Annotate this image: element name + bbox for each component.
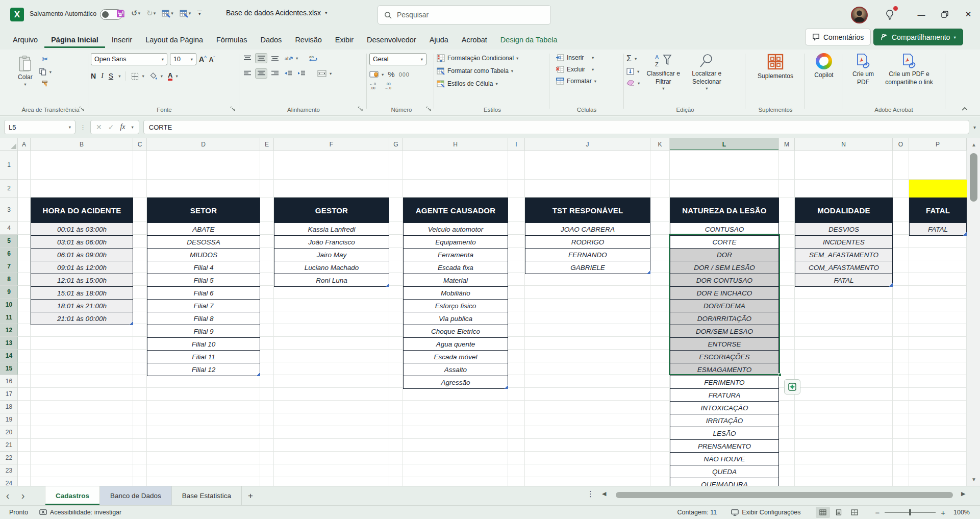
cut-icon[interactable]: ✂	[39, 55, 52, 64]
vertical-scroll-thumb[interactable]	[970, 153, 977, 202]
scroll-down-icon[interactable]: ▼	[967, 474, 980, 485]
avatar[interactable]	[851, 7, 868, 23]
row-header-12[interactable]: 12	[0, 324, 18, 337]
autosum-icon[interactable]: Σ	[626, 54, 632, 63]
table-cell[interactable]: IRRITAÇÃO	[670, 414, 778, 427]
ribbon-tab[interactable]: Layout da Página	[139, 32, 210, 48]
column-header-H[interactable]: H	[403, 138, 508, 151]
table-cell[interactable]: Ferramenta	[404, 248, 508, 261]
table-cell[interactable]: Material	[404, 274, 508, 286]
table-cell[interactable]: DOR CONTUSAO	[670, 274, 778, 286]
table-cell[interactable]: 09:01 às 12:00h	[31, 261, 133, 274]
accounting-format-icon[interactable]	[369, 71, 379, 78]
table-cell[interactable]: Luciano Machado	[274, 261, 389, 274]
status-ready[interactable]: Pronto	[9, 509, 28, 516]
row-header-13[interactable]: 13	[0, 337, 18, 350]
dialog-launcher-icon[interactable]	[79, 106, 85, 112]
accessibility-status[interactable]: Acessibilidade: investigar	[39, 509, 121, 516]
table-cell[interactable]: Filial 4	[147, 261, 260, 274]
table-cell[interactable]: FRATURA	[670, 388, 778, 401]
table-header[interactable]: GESTOR	[274, 198, 389, 223]
excel-logo-icon[interactable]: X	[10, 8, 24, 21]
ribbon-tab[interactable]: Arquivo	[6, 32, 44, 48]
percent-style-icon[interactable]: %	[388, 70, 394, 79]
align-middle-icon[interactable]	[255, 53, 267, 63]
undo-icon[interactable]: ↺▾	[129, 7, 142, 19]
formula-input[interactable]: CORTE	[143, 120, 969, 134]
table-cell[interactable]: INCIDENTES	[795, 235, 892, 248]
format-painter-icon[interactable]	[39, 80, 52, 87]
scroll-left-icon[interactable]: ◀	[602, 490, 606, 497]
highlighted-cell-p2[interactable]	[909, 180, 967, 197]
table-cell[interactable]: FERNANDO	[525, 248, 650, 261]
name-box[interactable]: L5▾	[4, 120, 76, 134]
title-dropdown-icon[interactable]: ▾	[325, 10, 328, 15]
table-cell[interactable]: DOR/SEM LESAO	[670, 325, 778, 337]
format-cells-button[interactable]: Formatar▾	[556, 78, 621, 85]
row-header-11[interactable]: 11	[0, 311, 18, 324]
table-cell[interactable]: Mobiliário	[404, 286, 508, 299]
table-cell[interactable]: RODRIGO	[525, 235, 650, 248]
table-cell[interactable]: Choque Eletrico	[404, 325, 508, 337]
table-cell[interactable]: LESÃO	[670, 427, 778, 439]
number-format-select[interactable]: Geral▾	[369, 53, 426, 65]
count-indicator[interactable]: Contagem: 11	[677, 509, 717, 516]
next-sheet-icon[interactable]: ›	[15, 486, 31, 505]
table-cell[interactable]: NÃO HOUVE	[670, 452, 778, 465]
dialog-launcher-icon[interactable]	[358, 106, 364, 112]
row-header-22[interactable]: 22	[0, 452, 18, 464]
row-header-3[interactable]: 3	[0, 197, 18, 222]
ribbon-tab[interactable]: Design da Tabela	[494, 32, 564, 48]
table-header[interactable]: SETOR	[147, 198, 260, 223]
table-cell[interactable]: FATAL	[910, 223, 966, 235]
table-cell[interactable]: João Francisco	[274, 235, 389, 248]
orientation-icon[interactable]: ab	[285, 55, 293, 62]
column-header-K[interactable]: K	[650, 138, 670, 151]
wrap-text-icon[interactable]: ab	[309, 55, 318, 62]
column-header-B[interactable]: B	[31, 138, 133, 151]
create-pdf-share-button[interactable]: Crie um PDF e compartilhe o link	[881, 53, 938, 86]
sheet-tab-banco-de-dados[interactable]: Banco de Dados	[100, 486, 172, 505]
paste-button[interactable]: Colar ▾	[14, 53, 36, 89]
formula-bar-splitter[interactable]: ⋮	[80, 123, 86, 131]
table-cell[interactable]: Equipamento	[404, 235, 508, 248]
column-header-I[interactable]: I	[508, 138, 525, 151]
row-header-10[interactable]: 10	[0, 299, 18, 311]
table-cell[interactable]: Filial 9	[147, 325, 260, 337]
table-cell[interactable]: CONTUSAO	[670, 223, 778, 235]
column-header-L[interactable]: L	[670, 138, 779, 151]
save-icon[interactable]	[114, 8, 127, 19]
table-cell[interactable]: Kassia Lanfredi	[274, 223, 389, 235]
chevron-down-icon[interactable]: ▾	[118, 73, 120, 79]
cancel-icon[interactable]: ✕	[96, 123, 102, 131]
table-cell[interactable]: GABRIELE	[525, 261, 650, 274]
underline-button[interactable]: S	[109, 72, 113, 80]
table-header[interactable]: FATAL	[910, 198, 966, 223]
table-cell[interactable]: DOR / SEM LESÃO	[670, 261, 778, 274]
table-cell[interactable]: ENTORSE	[670, 337, 778, 350]
table-cell[interactable]: Filial 11	[147, 350, 260, 363]
dialog-launcher-icon[interactable]	[230, 106, 236, 112]
font-color-icon[interactable]: A	[168, 72, 172, 81]
table-cell[interactable]: Filial 10	[147, 337, 260, 350]
table-cell[interactable]: JOAO CABRERA	[525, 223, 650, 235]
scroll-up-icon[interactable]: ▲	[967, 139, 980, 150]
table-cell[interactable]: 21:01 às 00:00h	[31, 312, 133, 325]
table-cell[interactable]: Roni Luna	[274, 274, 389, 286]
table-cell[interactable]: Assalto	[404, 363, 508, 376]
fill-down-icon[interactable]	[626, 68, 634, 75]
ribbon-tab[interactable]: Fórmulas	[210, 32, 254, 48]
dialog-launcher-icon[interactable]	[426, 106, 432, 112]
table-cell[interactable]: Filial 8	[147, 312, 260, 325]
merge-center-icon[interactable]	[317, 70, 326, 77]
italic-button[interactable]: I	[101, 72, 104, 80]
row-header-20[interactable]: 20	[0, 426, 18, 439]
column-header-E[interactable]: E	[260, 138, 274, 151]
table-header[interactable]: NATUREZA DA LESÃO	[670, 198, 778, 223]
share-button[interactable]: Compartilhamento▾	[873, 29, 963, 45]
table-cell[interactable]: COM_AFASTAMENTO	[795, 261, 892, 274]
table-cell[interactable]: ABATE	[147, 223, 260, 235]
decrease-indent-icon[interactable]	[283, 69, 294, 78]
ribbon-tab[interactable]: Exibir	[329, 32, 360, 48]
column-header-F[interactable]: F	[274, 138, 389, 151]
